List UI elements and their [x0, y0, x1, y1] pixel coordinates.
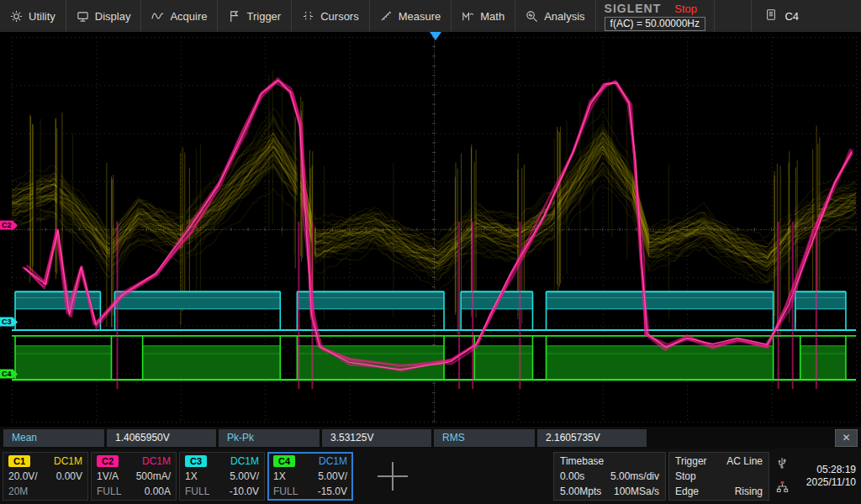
gear-icon: [10, 10, 23, 23]
brand-status-block: SIGLENT Stop f(AC) = 50.00000Hz: [596, 0, 715, 32]
menu-measure[interactable]: Measure: [370, 0, 452, 32]
channel-marker-label: C4: [0, 370, 13, 379]
display-icon: [77, 10, 89, 23]
menu-label: Trigger: [246, 10, 281, 23]
measurement-bar: Mean 1.4065950V Pk-Pk 3.53125V RMS 2.160…: [0, 427, 861, 449]
measurement-value-rms: 2.1605735V: [537, 429, 647, 447]
channel-chip-c4: C4: [273, 455, 295, 467]
menu-trigger[interactable]: Trigger: [218, 0, 292, 32]
menu-label: Acquire: [170, 10, 207, 23]
top-menu-bar: Utility Display Acquire Trigger Cursors …: [0, 0, 861, 32]
frequency-counter: f(AC) = 50.00000Hz: [605, 17, 705, 31]
brand-logo: SIGLENT: [605, 2, 662, 15]
measurement-label-rms[interactable]: RMS: [434, 429, 535, 447]
channel-info-c3[interactable]: C3DC1M 1X5.00V/ FULL-10.0V: [179, 452, 265, 501]
marker-arrow-icon: [13, 221, 18, 229]
menu-label: Utility: [29, 10, 55, 23]
channel-probe: 1V/A: [97, 470, 119, 482]
channel-info-c4[interactable]: C4DC1M 1X5.00V/ FULL-15.0V: [267, 452, 353, 501]
timebase-delay: 0.00s: [560, 470, 584, 482]
channel-marker-label: C3: [0, 318, 13, 327]
run-state-badge[interactable]: Stop: [674, 3, 697, 15]
channel-offset: 0.00A: [145, 486, 171, 497]
close-icon[interactable]: ✕: [835, 429, 858, 447]
channel-info-c1[interactable]: C1DC1M 20.0V/0.00V 20M: [3, 452, 88, 501]
menu-label: Cursors: [320, 10, 359, 23]
channel-scale: 5.00V/: [230, 470, 259, 482]
menu-label: Measure: [399, 10, 441, 23]
trigger-type: Edge: [675, 486, 699, 497]
channel-offset: -15.0V: [318, 486, 347, 497]
channel-bandwidth: 20M: [8, 486, 28, 497]
menu-cursors[interactable]: Cursors: [292, 0, 370, 32]
timebase-title: Timebase: [560, 455, 604, 467]
channel-marker-label: C2: [0, 221, 13, 230]
trigger-position-marker[interactable]: [430, 32, 441, 40]
menu-math[interactable]: Math: [452, 0, 515, 32]
measurement-value-mean: 1.4065950V: [107, 429, 216, 447]
network-icon[interactable]: [776, 480, 789, 496]
trigger-status: Stop: [675, 470, 696, 482]
timebase-scale: 5.00ms/div: [610, 470, 659, 482]
channel-scale: 20.0V/: [8, 470, 38, 482]
channel-offset: -10.0V: [230, 486, 259, 497]
list-icon: [765, 8, 777, 24]
channel-probe: 1X: [185, 470, 198, 482]
measurement-label-mean[interactable]: Mean: [3, 429, 104, 447]
usb-icon[interactable]: [776, 456, 788, 473]
coupling-label: DC1M: [230, 455, 259, 467]
channel-scale: 500mA/: [136, 470, 171, 482]
channel-marker-c3[interactable]: C3: [0, 318, 18, 327]
bottom-status-bar: C1DC1M 20.0V/0.00V 20M C2DC1M 1V/A500mA/…: [0, 449, 861, 504]
menu-analysis[interactable]: Analysis: [515, 0, 595, 32]
channel-chip-c3: C3: [185, 455, 207, 467]
menu-label: Math: [480, 10, 504, 23]
channel-chip-c1: C1: [8, 455, 30, 467]
channel-chip-c2: C2: [97, 455, 119, 467]
channel-bandwidth: FULL: [97, 486, 121, 497]
waveform-display[interactable]: C2 C3 C4: [0, 32, 861, 427]
flag-icon: [228, 10, 240, 23]
measurement-label-pkpk[interactable]: Pk-Pk: [219, 429, 320, 447]
channel-bandwidth: FULL: [273, 486, 298, 497]
timebase-points: 5.00Mpts: [560, 486, 601, 497]
marker-arrow-icon: [13, 318, 18, 326]
trigger-slope: Rising: [735, 486, 763, 497]
date-label: 2025/11/10: [795, 476, 856, 489]
oscilloscope-ui: Utility Display Acquire Trigger Cursors …: [0, 0, 861, 504]
trigger-title: Trigger: [675, 455, 707, 467]
magnifier-icon: [526, 10, 538, 23]
ruler-icon: [380, 10, 393, 23]
trigger-panel[interactable]: TriggerAC Line Stop EdgeRising: [668, 452, 769, 501]
channel-info-c2[interactable]: C2DC1M 1V/A500mA/ FULL0.00A: [91, 452, 177, 501]
menu-label: Display: [95, 10, 131, 23]
channel-marker-c2[interactable]: C2: [0, 221, 18, 230]
timebase-panel[interactable]: Timebase 0.00s5.00ms/div 5.00Mpts100MSa/…: [553, 452, 666, 501]
menu-label: Analysis: [544, 10, 584, 23]
crosshair-icon[interactable]: [378, 462, 408, 491]
channel-scale: 5.00V/: [318, 470, 347, 482]
channel-offset: 0.00V: [56, 470, 82, 482]
trigger-source: AC Line: [726, 455, 763, 467]
measurement-value-pkpk: 3.53125V: [322, 429, 431, 447]
cursors-icon: [302, 10, 314, 23]
channel-bandwidth: FULL: [185, 486, 209, 497]
active-channel-indicator[interactable]: C4: [751, 0, 812, 32]
coupling-label: DC1M: [142, 455, 171, 467]
menu-display[interactable]: Display: [66, 0, 142, 32]
channel-marker-c4[interactable]: C4: [0, 370, 18, 379]
math-icon: [462, 10, 474, 23]
clock[interactable]: 05:28:19 2025/11/10: [795, 464, 858, 489]
waveform-icon: [151, 10, 164, 23]
timebase-rate: 100MSa/s: [614, 486, 659, 497]
coupling-label: DC1M: [54, 455, 82, 467]
system-icons: [772, 452, 792, 501]
channel-probe: 1X: [273, 470, 286, 482]
active-channel-label: C4: [784, 10, 799, 23]
coupling-label: DC1M: [319, 455, 347, 467]
menu-utility[interactable]: Utility: [0, 0, 66, 32]
waveform-canvas[interactable]: [0, 32, 861, 427]
menu-acquire[interactable]: Acquire: [141, 0, 218, 32]
time-label: 05:28:19: [795, 464, 856, 476]
marker-arrow-icon: [13, 370, 18, 378]
